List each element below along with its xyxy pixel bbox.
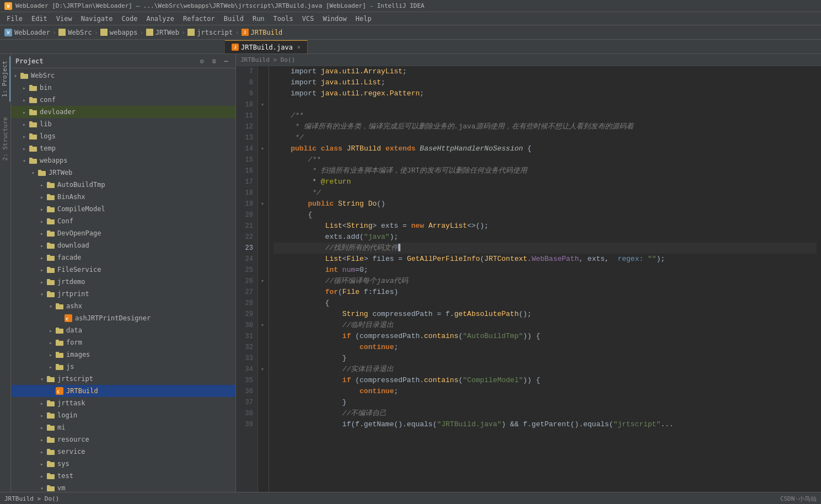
tree-arrow[interactable]: ▸ bbox=[37, 461, 46, 467]
tree-arrow[interactable]: ▾ bbox=[46, 303, 55, 309]
tree-item-login[interactable]: ▸login bbox=[11, 409, 235, 421]
breadcrumb-webloader[interactable]: WebLoader bbox=[14, 29, 50, 36]
tree-arrow[interactable]: ▸ bbox=[20, 146, 29, 152]
tree-item-ashx[interactable]: ▾ashx bbox=[11, 300, 235, 312]
tree-item-data[interactable]: ▸data bbox=[11, 324, 235, 336]
tree-arrow[interactable]: ▸ bbox=[37, 182, 46, 188]
tree-item-sys[interactable]: ▸sys bbox=[11, 458, 235, 470]
code-content[interactable]: import java.util.ArrayList; import java.… bbox=[269, 66, 821, 492]
tree-arrow[interactable]: ▸ bbox=[37, 218, 46, 224]
menu-file[interactable]: File bbox=[2, 12, 27, 25]
breadcrumb-websrc[interactable]: WebSrc bbox=[68, 29, 92, 36]
tree-arrow[interactable]: ▸ bbox=[37, 230, 46, 237]
tree-arrow[interactable]: ▸ bbox=[37, 437, 46, 443]
tree-arrow[interactable]: ▸ bbox=[20, 133, 29, 140]
tree-item-service[interactable]: ▸service bbox=[11, 446, 235, 458]
tree-arrow[interactable]: ▾ bbox=[11, 73, 20, 79]
panel-tab-structure[interactable]: 2: Structure bbox=[1, 112, 10, 165]
tree-item-compilemodel[interactable]: ▸CompileModel bbox=[11, 203, 235, 215]
tree-item-webapps[interactable]: ▾webapps bbox=[11, 154, 235, 167]
tree-item-resource[interactable]: ▸resource bbox=[11, 433, 235, 446]
tree-arrow[interactable]: ▸ bbox=[46, 328, 55, 334]
tree-label: images bbox=[66, 351, 90, 358]
tree-arrow[interactable]: ▸ bbox=[37, 400, 46, 406]
tree-item-jrtprint[interactable]: ▾jrtprint bbox=[11, 288, 235, 300]
menu-build[interactable]: Build bbox=[219, 12, 248, 25]
svg-rect-0 bbox=[20, 74, 28, 79]
menu-edit[interactable]: Edit bbox=[27, 12, 52, 25]
tree-item-devopenpage[interactable]: ▸DevOpenPage bbox=[11, 227, 235, 239]
tree-item-logs[interactable]: ▸logs bbox=[11, 130, 235, 142]
breadcrumb-jrtbuild[interactable]: JRTBuild bbox=[251, 29, 283, 36]
tree-item-download[interactable]: ▸download bbox=[11, 239, 235, 251]
menu-refactor[interactable]: Refactor bbox=[179, 12, 219, 25]
menu-code[interactable]: Code bbox=[117, 12, 142, 25]
tree-arrow[interactable]: ▸ bbox=[20, 109, 29, 115]
tree-arrow[interactable]: ▸ bbox=[20, 85, 29, 91]
tree-arrow[interactable]: ▸ bbox=[37, 206, 46, 212]
tree-item-lib[interactable]: ▸lib bbox=[11, 118, 235, 130]
tree-arrow[interactable]: ▸ bbox=[37, 267, 46, 273]
menu-view[interactable]: View bbox=[52, 12, 77, 25]
breadcrumb-jrtscript[interactable]: jrtscript bbox=[197, 29, 233, 36]
breadcrumb-jrtweb[interactable]: JRTWeb bbox=[155, 29, 179, 36]
menu-navigate[interactable]: Navigate bbox=[77, 12, 117, 25]
code-area[interactable]: 7891011121314151617181920212223242526272… bbox=[236, 66, 821, 492]
tree-arrow[interactable]: ▾ bbox=[37, 485, 46, 491]
tree-arrow[interactable]: ▸ bbox=[20, 97, 29, 103]
tree-arrow[interactable]: ▸ bbox=[37, 279, 46, 285]
tree-item-jrtbuild[interactable]: cJRTBuild bbox=[11, 385, 235, 397]
tree-arrow[interactable]: ▸ bbox=[46, 364, 55, 370]
tree-item-images[interactable]: ▸images bbox=[11, 348, 235, 361]
tree-arrow[interactable]: ▾ bbox=[29, 170, 37, 176]
tab-jrtbuild[interactable]: J JRTBuild.java × bbox=[225, 40, 308, 53]
tree-arrow[interactable]: ▸ bbox=[20, 121, 29, 127]
sidebar-expand-btn[interactable]: ≡ bbox=[209, 56, 219, 66]
tree-arrow[interactable]: ▾ bbox=[37, 291, 46, 297]
menu-window[interactable]: Window bbox=[318, 12, 351, 25]
tree-label: JRTWeb bbox=[49, 169, 72, 176]
sidebar-hide-btn[interactable]: — bbox=[221, 56, 231, 66]
tree-item-devloader[interactable]: ▸devloader bbox=[11, 106, 235, 118]
tree-item-binashx[interactable]: ▸BinAshx bbox=[11, 191, 235, 203]
tree-item-jrtdemo[interactable]: ▸jrtdemo bbox=[11, 276, 235, 288]
tree-item-jrtweb[interactable]: ▾JRTWeb bbox=[11, 167, 235, 179]
tree-arrow[interactable]: ▾ bbox=[20, 158, 29, 164]
tree-arrow[interactable]: ▸ bbox=[37, 425, 46, 431]
tree-item-ashjrtprintdesigner[interactable]: cashJRTPrintDesigner bbox=[11, 312, 235, 324]
tree-arrow[interactable]: ▸ bbox=[37, 449, 46, 455]
tree-item-temp[interactable]: ▸temp bbox=[11, 142, 235, 154]
tree-item-vm[interactable]: ▾vm bbox=[11, 482, 235, 492]
tree-arrow[interactable]: ▸ bbox=[37, 255, 46, 261]
tree-item-jrttask[interactable]: ▸jrttask bbox=[11, 397, 235, 409]
tree-arrow[interactable]: ▸ bbox=[37, 412, 46, 419]
tree-item-websrc[interactable]: ▾WebSrc bbox=[11, 69, 235, 82]
tree-item-facade[interactable]: ▸facade bbox=[11, 251, 235, 264]
tree-item-jrtscript[interactable]: ▾jrtscript bbox=[11, 373, 235, 385]
menu-vcs[interactable]: VCS bbox=[298, 12, 319, 25]
tree-arrow[interactable]: ▸ bbox=[46, 340, 55, 346]
menu-run[interactable]: Run bbox=[248, 12, 269, 25]
tree-arrow[interactable]: ▸ bbox=[37, 243, 46, 249]
tree-item-autobuildtmp[interactable]: ▸AutoBuildTmp bbox=[11, 179, 235, 191]
tree-item-bin[interactable]: ▸bin bbox=[11, 82, 235, 94]
tree-arrow[interactable]: ▸ bbox=[46, 352, 55, 358]
svg-rect-17 bbox=[38, 170, 41, 171]
tree-item-mi[interactable]: ▸mi bbox=[11, 421, 235, 433]
panel-tab-project[interactable]: 1: Project bbox=[0, 56, 10, 101]
tab-close-button[interactable]: × bbox=[297, 44, 301, 50]
tree-item-conf[interactable]: ▸conf bbox=[11, 94, 235, 106]
breadcrumb-webapps[interactable]: webapps bbox=[110, 29, 138, 36]
menu-tools[interactable]: Tools bbox=[269, 12, 298, 25]
tree-arrow[interactable]: ▾ bbox=[37, 376, 46, 382]
tree-item-fileservice[interactable]: ▸FileService bbox=[11, 264, 235, 276]
sidebar-settings-btn[interactable]: ⚙ bbox=[197, 56, 207, 66]
tree-arrow[interactable]: ▸ bbox=[37, 473, 46, 479]
menu-analyze[interactable]: Analyze bbox=[142, 12, 179, 25]
tree-item-test[interactable]: ▸test bbox=[11, 470, 235, 482]
menu-help[interactable]: Help bbox=[351, 12, 376, 25]
tree-arrow[interactable]: ▸ bbox=[37, 194, 46, 200]
tree-item-js[interactable]: ▸js bbox=[11, 361, 235, 373]
tree-item-form[interactable]: ▸form bbox=[11, 336, 235, 348]
tree-item-conf[interactable]: ▸Conf bbox=[11, 215, 235, 227]
